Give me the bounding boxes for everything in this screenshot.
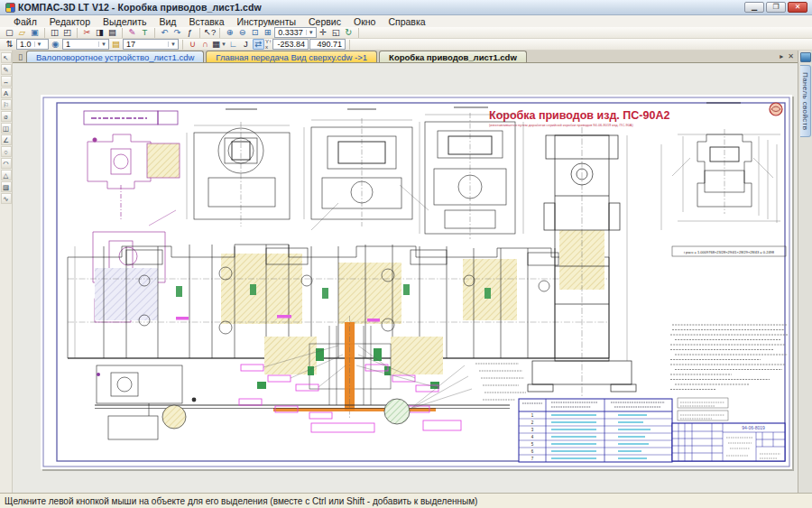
- save-icon[interactable]: ▣: [29, 27, 41, 38]
- document-list-icon[interactable]: ▯: [18, 52, 23, 61]
- annotations-tool-icon[interactable]: А: [1, 88, 12, 98]
- edit-tool-icon[interactable]: ◫: [1, 123, 12, 134]
- pointer-tool-icon[interactable]: ↖: [1, 52, 12, 63]
- property-panel-strip: Панель свойств: [798, 51, 812, 493]
- menu-window[interactable]: Окно: [347, 16, 382, 27]
- chevron-down-icon: ▼: [34, 42, 42, 47]
- chevron-down-icon: ▼: [306, 30, 314, 35]
- title-block: 94-06-8019: [672, 423, 785, 461]
- property-panel-icon[interactable]: [800, 52, 811, 62]
- tab-glavnaya-peredacha[interactable]: Главная передача Вид сверху.cdw ->1: [206, 51, 377, 62]
- pan-icon[interactable]: ✛: [318, 27, 329, 38]
- tab-label: Валоповоротное устройство_лист1.cdw: [36, 52, 194, 62]
- drawing-svg: Коробка приводов изд. ПС-90А2 (изготавли…: [41, 95, 792, 469]
- copy-icon[interactable]: ◨: [94, 27, 106, 38]
- circle-tool-icon[interactable]: ○: [1, 146, 12, 157]
- snap-magnet-icon[interactable]: ∪: [187, 39, 198, 50]
- drawing-sheet: Коробка приводов изд. ПС-90А2 (изготавли…: [41, 95, 792, 469]
- line-scale-icon: ⇅: [4, 39, 15, 50]
- vertical-drive-section: [528, 127, 661, 397]
- hatch-tool-icon[interactable]: ▨: [1, 181, 12, 192]
- menu-file[interactable]: Файл: [7, 16, 43, 27]
- snap-magnet-settings-icon[interactable]: ∩: [199, 39, 211, 50]
- paste-icon[interactable]: ▤: [106, 27, 118, 38]
- ortho-mode-icon[interactable]: Ј: [240, 39, 252, 50]
- local-csys-icon[interactable]: ∟: [227, 39, 239, 50]
- drawing-title: Коробка приводов изд. ПС-90А2: [489, 109, 669, 122]
- grid-icon[interactable]: ▦▼: [212, 39, 226, 50]
- coordinate-y-field[interactable]: 490.71: [309, 39, 346, 50]
- geometry-tool-icon[interactable]: ✎: [1, 64, 12, 75]
- zoom-out-icon[interactable]: ⊖: [236, 27, 248, 38]
- object-properties-icon[interactable]: Т: [139, 27, 151, 38]
- spline-tool-icon[interactable]: ∿: [1, 193, 12, 204]
- arc-tool-icon[interactable]: ◠: [1, 158, 12, 169]
- show-page-icon[interactable]: ◱: [330, 27, 342, 38]
- redo-icon[interactable]: ↷: [171, 27, 183, 38]
- top-view-middle: [311, 109, 412, 226]
- tab-scroll-right-icon[interactable]: ▸: [780, 52, 783, 60]
- menu-view[interactable]: Вид: [152, 16, 182, 27]
- dimensions-tool-icon[interactable]: ↔: [1, 76, 12, 87]
- drawing-canvas[interactable]: Коробка приводов изд. ПС-90А2 (изготавли…: [13, 63, 798, 493]
- rounding-toggle-icon[interactable]: ⇄: [253, 39, 264, 50]
- zoom-window-icon[interactable]: ⊡: [249, 27, 261, 38]
- coord-icon-x: x: [265, 44, 272, 50]
- property-panel-tab[interactable]: Панель свойств: [800, 65, 811, 137]
- coordinate-x-field[interactable]: -253.84: [272, 39, 309, 50]
- kompas-window: КОМПАС-3D LT V12 - Коробка приводов_лист…: [0, 0, 812, 508]
- chevron-down-icon: ▼: [168, 42, 176, 47]
- menu-help[interactable]: Справка: [382, 16, 431, 27]
- designation-tool-icon[interactable]: ⚐: [1, 99, 12, 110]
- close-button[interactable]: ✕: [788, 2, 807, 13]
- menu-select[interactable]: Выделить: [97, 16, 152, 27]
- zoom-scale-value: 0.3337: [278, 28, 303, 37]
- measure-tool-icon[interactable]: ⌀: [1, 111, 12, 122]
- zoom-in-icon[interactable]: ⊕: [224, 27, 235, 38]
- layer-value: 1: [66, 40, 70, 49]
- views-icon[interactable]: ▤: [110, 39, 122, 50]
- help-cursor-icon[interactable]: ↖?: [204, 27, 216, 38]
- zoom-all-icon[interactable]: ⊞: [262, 27, 273, 38]
- tab-label: Главная передача Вид сверху.cdw ->1: [216, 52, 367, 62]
- standard-toolbar: ▢ ▱ ▣ ◫ ◰ ✂ ◨ ▤ ✎ Т ↶ ↷ ƒ ↖? ⊕ ⊖ ⊡ ⊞ 0.3…: [0, 27, 812, 39]
- menu-tools[interactable]: Инструменты: [231, 16, 302, 27]
- polygon-tool-icon[interactable]: △: [1, 170, 12, 180]
- main-longitudinal-section: [68, 245, 609, 358]
- chevron-down-icon: ▼: [221, 42, 226, 47]
- cut-icon[interactable]: ✂: [81, 27, 93, 38]
- open-document-icon[interactable]: ▱: [16, 27, 28, 38]
- tab-close-icon[interactable]: ✕: [788, 52, 794, 60]
- drawing-subtitle: (изготавливается путем доработки серийно…: [489, 123, 633, 127]
- minimize-button[interactable]: ▁: [744, 2, 764, 13]
- tab-valopovorotnoe[interactable]: Валоповоротное устройство_лист1.cdw: [26, 51, 204, 62]
- menu-editor[interactable]: Редактор: [43, 16, 97, 27]
- menu-service[interactable]: Сервис: [302, 16, 347, 27]
- new-document-icon[interactable]: ▢: [4, 27, 15, 38]
- restore-button[interactable]: ❐: [766, 2, 786, 13]
- refresh-view-icon[interactable]: ↻: [343, 27, 355, 38]
- menu-insert[interactable]: Вставка: [182, 16, 230, 27]
- document-properties-icon[interactable]: ◰: [61, 27, 73, 38]
- layers-icon[interactable]: ◉: [50, 39, 61, 50]
- parametrize-tool-icon[interactable]: ∠: [1, 134, 12, 145]
- undo-icon[interactable]: ↶: [159, 27, 171, 38]
- callout-note-lines: [475, 364, 526, 400]
- status-text: Щелкните левой кнопкой мыши на объекте д…: [5, 496, 477, 506]
- tab-korobka-privodov[interactable]: Коробка приводов_лист1.cdw: [379, 51, 527, 62]
- technical-requirements: [670, 325, 788, 390]
- top-view-left: [194, 109, 290, 226]
- print-preview-icon[interactable]: ◫: [49, 27, 60, 38]
- copy-properties-icon[interactable]: ✎: [126, 27, 138, 38]
- sheet-designation-box: [84, 111, 178, 125]
- zoom-scale-combo[interactable]: 0.3337 ▼: [274, 27, 316, 38]
- app-icon: [5, 3, 15, 13]
- document-tab-bar: ▯ Валоповоротное устройство_лист1.cdw Гл…: [13, 51, 798, 63]
- view-combo[interactable]: 17 ▼: [123, 39, 179, 50]
- variables-icon[interactable]: ƒ: [184, 27, 196, 38]
- coordinates-icon: Y↑ x: [265, 39, 272, 50]
- line-scale-combo[interactable]: 1.0 ▼: [16, 39, 49, 50]
- tab-label: Коробка приводов_лист1.cdw: [389, 52, 517, 62]
- title-block-part-number: 94-06-8019: [742, 425, 765, 430]
- layer-combo[interactable]: 1 ▼: [62, 39, 109, 50]
